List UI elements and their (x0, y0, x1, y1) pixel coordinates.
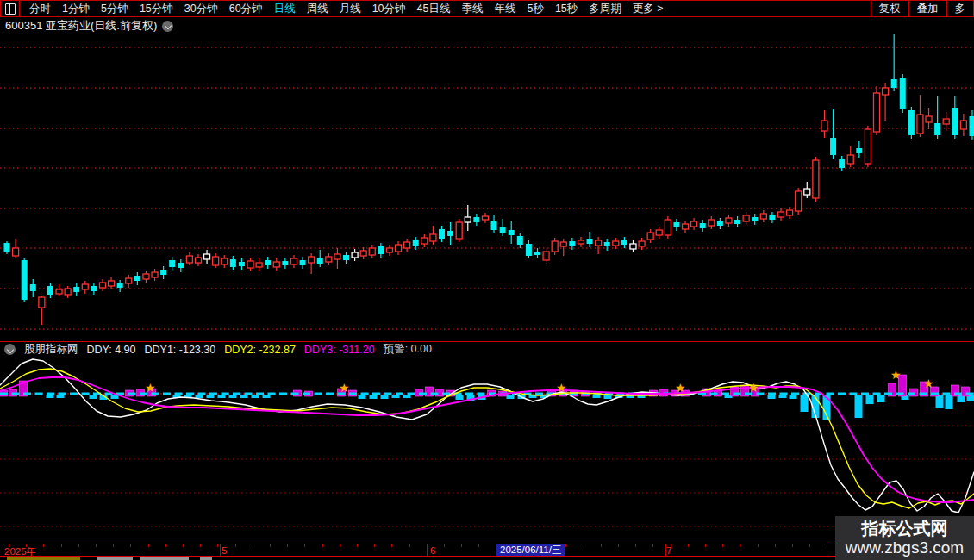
candle-body (726, 218, 732, 223)
candle-body (152, 272, 158, 277)
period-tab-月线[interactable]: 月线 (340, 2, 361, 16)
candle-body (352, 252, 358, 258)
indicator-chevron-down-icon[interactable] (4, 344, 16, 355)
clipped-text-fragment (140, 557, 189, 560)
candle-body (456, 222, 462, 239)
watermark-title: 指标公式网 (862, 519, 948, 538)
axis-tick (322, 544, 323, 547)
candle-body (908, 110, 915, 135)
candle-body (604, 242, 610, 246)
candle-body (369, 248, 375, 255)
axis-tick (148, 544, 149, 547)
candle-body (65, 289, 71, 295)
candle-body (360, 251, 366, 256)
candle-body (247, 261, 253, 268)
window-layout-button[interactable] (1, 1, 20, 16)
axis-tick (584, 544, 584, 547)
toolbar-button-叠加[interactable]: 叠加 (908, 1, 946, 16)
axis-selected-date: 2025/06/11/三 (496, 544, 565, 556)
period-tab-10分钟[interactable]: 10分钟 (372, 2, 406, 16)
axis-tick (43, 544, 44, 547)
candle-body (839, 159, 845, 168)
candle-body (421, 238, 428, 244)
candle-body (447, 231, 453, 236)
candle-body (717, 221, 723, 226)
candle-body (290, 258, 297, 264)
candle-body (222, 258, 228, 264)
axis-tick (722, 544, 723, 547)
candle-body (526, 244, 532, 256)
signal-star-icon: ★ (145, 381, 156, 395)
ddy-bar-down (779, 395, 787, 398)
candle-body (273, 262, 279, 267)
axis-tick (827, 544, 827, 547)
candle-body (239, 262, 245, 266)
candle-body (709, 220, 715, 226)
period-tab-多周期[interactable]: 多周期 (589, 2, 621, 16)
candle-body (874, 93, 880, 132)
period-tab-30分钟[interactable]: 30分钟 (184, 2, 218, 16)
ddy-indicator-chart[interactable]: ★★★★★★★ (0, 357, 974, 544)
candle-body (734, 220, 740, 224)
period-tab-45日线[interactable]: 45日线 (417, 2, 451, 16)
candle-body (413, 240, 419, 246)
period-tab-5分钟[interactable]: 5分钟 (101, 2, 128, 16)
candle-body (543, 252, 549, 260)
period-tab-年线[interactable]: 年线 (494, 2, 515, 16)
axis-tick (253, 544, 253, 547)
axis-tick (775, 544, 776, 547)
candlestick-chart[interactable] (0, 34, 974, 341)
candle-body (804, 189, 810, 195)
chevron-down-icon[interactable] (162, 21, 173, 32)
candle-body (13, 248, 19, 256)
candle-body (656, 230, 662, 235)
candle-body (830, 138, 836, 155)
ddy-bar-down (381, 395, 389, 399)
ddy-bar-down (57, 395, 65, 398)
candle-body (195, 258, 201, 263)
date-axis[interactable]: 2025年562025/06/11/三7 (0, 544, 974, 557)
ddy-bar-down (47, 395, 54, 398)
stock-title: 600351 亚宝药业(日线.前复权) (5, 18, 157, 34)
period-tab-5秒[interactable]: 5秒 (527, 2, 543, 16)
candle-body (109, 281, 115, 286)
candle-body (73, 287, 79, 292)
candle-body (256, 263, 262, 267)
axis-tick (635, 544, 636, 547)
axis-tick (113, 544, 114, 547)
ddy-bar-down (801, 395, 809, 412)
indicator-value-DDY3: DDY3: -311.20 (304, 344, 375, 356)
axis-tick (478, 544, 479, 547)
period-tab-日线[interactable]: 日线 (274, 2, 296, 16)
period-tab-分时[interactable]: 分时 (29, 2, 51, 16)
candle-body (883, 88, 889, 95)
period-tab-更多 >[interactable]: 更多 > (633, 2, 664, 16)
candle-body (891, 79, 897, 88)
axis-tick (165, 544, 166, 547)
candle-body (752, 217, 758, 221)
candle-body (578, 240, 584, 244)
toolbar-button-多[interactable]: 多 (946, 1, 974, 16)
period-tab-季线[interactable]: 季线 (461, 2, 483, 16)
toolbar-button-复权[interactable]: 复权 (871, 1, 908, 16)
axis-tick (618, 544, 619, 547)
candle-body (569, 241, 575, 246)
period-tab-1分钟[interactable]: 1分钟 (62, 2, 90, 16)
ddy-bar-down (240, 395, 248, 398)
ddy-bar-down (790, 395, 797, 399)
period-tab-周线[interactable]: 周线 (307, 2, 328, 16)
axis-section-line (220, 544, 221, 556)
candles (4, 34, 974, 325)
candle-body (917, 115, 923, 134)
ddy-bar-down (946, 395, 953, 409)
candle-body (30, 284, 36, 291)
axis-tick (78, 544, 79, 547)
candle-body (621, 240, 627, 245)
period-tab-60分钟[interactable]: 60分钟 (229, 2, 263, 16)
period-tab-15秒[interactable]: 15秒 (555, 2, 578, 16)
watermark-badge: 指标公式网 www.zbgs3.com (835, 516, 974, 560)
candle-body (117, 283, 123, 288)
period-tab-15分钟[interactable]: 15分钟 (140, 2, 173, 16)
axis-tick (304, 544, 305, 547)
axis-tick (444, 544, 445, 547)
